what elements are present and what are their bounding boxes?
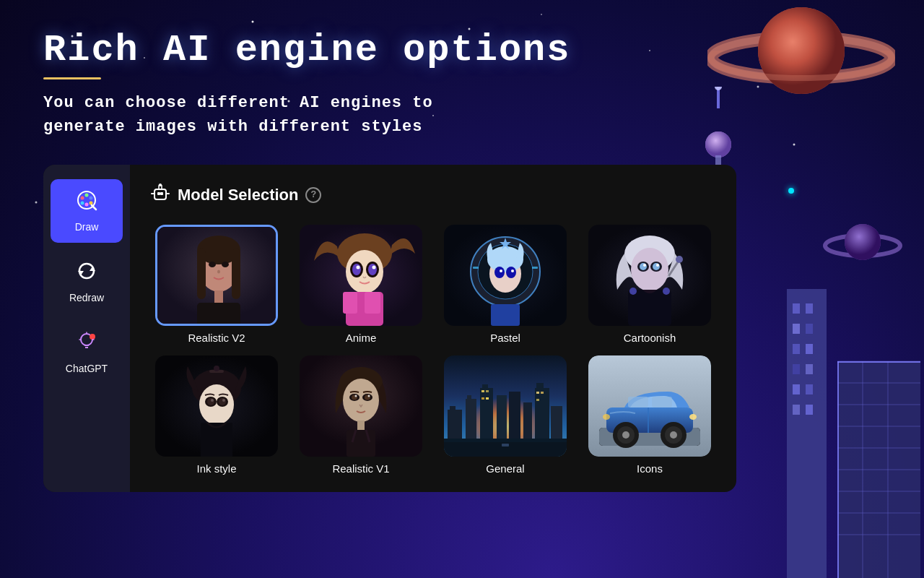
model-thumb-icons (588, 355, 711, 457)
svg-rect-161 (448, 410, 462, 439)
svg-point-125 (653, 263, 660, 270)
svg-rect-165 (480, 388, 493, 439)
main-panel: Model Selection ? (130, 165, 736, 492)
svg-rect-162 (450, 406, 456, 412)
svg-point-61 (81, 197, 84, 200)
svg-point-132 (676, 256, 683, 263)
sidebar-item-redraw[interactable]: Redraw (51, 250, 123, 314)
sidebar-draw-label: Draw (75, 221, 99, 233)
svg-rect-116 (473, 267, 479, 269)
svg-rect-155 (346, 430, 375, 457)
robot-icon (150, 182, 170, 207)
svg-rect-93 (197, 303, 240, 326)
model-label-ink-style: Ink style (196, 462, 236, 475)
model-thumb-cartoonish (588, 225, 711, 326)
app-panel: Draw Redraw (43, 165, 736, 492)
svg-point-141 (207, 398, 214, 405)
svg-point-152 (355, 395, 357, 397)
svg-point-89 (209, 262, 216, 267)
svg-point-191 (622, 431, 629, 439)
model-label-pastel: Pastel (490, 332, 520, 344)
svg-point-81 (159, 184, 162, 186)
help-button[interactable]: ? (305, 187, 321, 203)
svg-point-130 (663, 288, 670, 295)
svg-rect-78 (157, 192, 160, 195)
svg-rect-177 (536, 392, 539, 394)
model-label-anime: Anime (346, 332, 377, 344)
model-card-realistic-v2[interactable]: Realistic V2 (150, 225, 283, 344)
svg-point-121 (631, 248, 668, 291)
svg-rect-174 (486, 390, 489, 392)
svg-rect-172 (551, 406, 562, 439)
svg-point-71 (90, 334, 95, 340)
model-card-general[interactable]: General (439, 355, 572, 475)
svg-point-102 (372, 266, 376, 269)
svg-point-90 (222, 262, 229, 267)
svg-rect-117 (532, 267, 538, 269)
svg-point-196 (603, 414, 610, 420)
svg-rect-163 (466, 399, 476, 439)
model-card-icons[interactable]: Icons (583, 355, 716, 475)
sidebar-item-draw[interactable]: Draw (51, 179, 123, 243)
svg-rect-179 (536, 399, 539, 401)
model-card-pastel[interactable]: Pastel (439, 225, 572, 344)
svg-point-113 (506, 267, 516, 278)
title-divider (43, 77, 101, 79)
model-thumb-anime (300, 225, 422, 326)
model-selection-title: Model Selection (178, 186, 298, 204)
svg-point-115 (511, 269, 514, 272)
svg-rect-167 (497, 395, 507, 439)
model-card-ink-style[interactable]: Ink style (150, 355, 283, 475)
svg-rect-176 (486, 397, 489, 400)
svg-point-144 (222, 399, 225, 402)
svg-rect-173 (481, 390, 484, 392)
svg-rect-166 (482, 384, 488, 390)
svg-rect-169 (523, 402, 532, 439)
model-thumb-ink-style (155, 355, 278, 457)
svg-point-194 (670, 431, 677, 439)
model-thumb-general (444, 355, 567, 457)
svg-point-136 (214, 366, 219, 371)
svg-point-66 (81, 202, 84, 205)
svg-rect-154 (357, 420, 365, 431)
svg-point-126 (643, 264, 646, 267)
model-thumb-realistic-v1 (300, 355, 422, 457)
sidebar-chatgpt-label: ChatGPT (66, 363, 108, 374)
svg-rect-87 (197, 249, 206, 299)
model-thumb-realistic-v2 (155, 225, 278, 326)
svg-point-65 (85, 203, 89, 207)
svg-point-124 (640, 263, 647, 270)
svg-point-114 (500, 269, 502, 272)
model-grid: Realistic V2 (150, 225, 716, 475)
svg-rect-118 (491, 304, 520, 326)
svg-rect-171 (536, 383, 544, 390)
svg-rect-178 (541, 392, 544, 394)
svg-rect-105 (365, 292, 380, 314)
model-label-general: General (486, 462, 524, 475)
svg-point-147 (343, 379, 379, 422)
model-label-realistic-v2: Realistic V2 (188, 332, 245, 344)
svg-point-63 (90, 197, 93, 200)
svg-rect-104 (343, 292, 357, 314)
svg-point-142 (219, 398, 226, 405)
svg-rect-128 (628, 290, 671, 326)
svg-rect-187 (652, 397, 672, 407)
svg-point-127 (656, 264, 659, 267)
page-title: Rich AI engine options (43, 29, 881, 72)
svg-point-143 (211, 399, 214, 402)
sidebar-item-chatgpt[interactable]: ChatGPT (51, 321, 123, 384)
svg-point-99 (352, 264, 361, 275)
refresh-icon (76, 260, 97, 288)
model-card-cartoonish[interactable]: Cartoonish (583, 225, 716, 344)
svg-point-129 (629, 288, 637, 295)
model-card-anime[interactable]: Anime (295, 225, 427, 344)
sidebar: Draw Redraw (43, 165, 130, 492)
model-label-icons: Icons (637, 462, 663, 475)
svg-rect-170 (535, 388, 549, 439)
model-thumb-pastel (444, 225, 567, 326)
svg-point-195 (689, 414, 697, 420)
page-content: Rich AI engine options You can choose di… (0, 0, 924, 578)
model-selection-header: Model Selection ? (150, 182, 716, 207)
model-card-realistic-v1[interactable]: Realistic V1 (295, 355, 427, 475)
svg-rect-164 (467, 395, 471, 401)
